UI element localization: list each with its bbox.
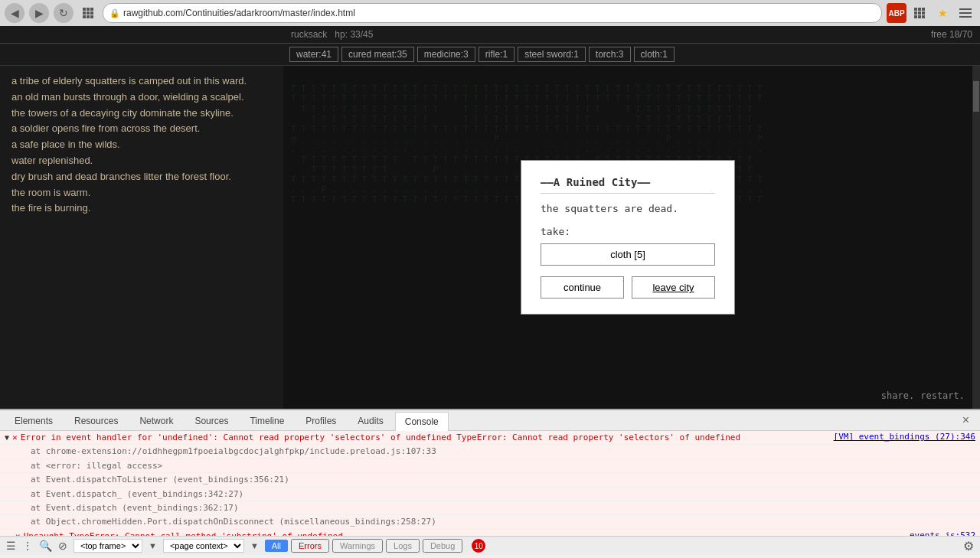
error-icon-1: ✕ xyxy=(12,432,18,442)
map-area: T T T T T T T T T T T T T T T T T T T T … xyxy=(283,66,972,409)
tab-audits[interactable]: Audits xyxy=(348,411,393,430)
modal-overlay: ——A Ruined City—— the squatters are dead… xyxy=(283,66,972,409)
scrollbar[interactable] xyxy=(972,66,980,409)
devtools-close-button[interactable]: × xyxy=(956,410,975,430)
svg-rect-13 xyxy=(918,11,921,15)
inv-water: water:41 xyxy=(289,47,338,62)
console-sub-text-4: at Event.dispatch_ (event_bindings:342:2… xyxy=(31,488,975,500)
chrome-menu-button[interactable] xyxy=(956,3,975,23)
page-content: rucksack hp: 33/45 free 18/70 water:41 c… xyxy=(0,26,980,555)
filter-errors-button[interactable]: Errors xyxy=(291,539,329,553)
rucksack-label: rucksack hp: 33/45 xyxy=(0,29,373,40)
extensions-button[interactable] xyxy=(910,3,929,23)
context-separator: ▼ xyxy=(250,541,259,550)
devtools-icon-3[interactable]: 🔍 xyxy=(39,540,52,552)
story-line-2: an old man bursts through a door, wieldi… xyxy=(11,90,272,106)
devtools-bottom-bar: ☰ ⋮ 🔍 ⊘ <top frame> ▼ <page context> ▼ A… xyxy=(0,536,980,555)
svg-rect-14 xyxy=(922,11,925,15)
apps-button[interactable] xyxy=(78,3,98,23)
svg-rect-15 xyxy=(914,15,917,18)
tab-timeline[interactable]: Timeline xyxy=(240,411,294,430)
modal-dialog: ——A Ruined City—— the squatters are dead… xyxy=(521,160,735,315)
console-sub-text-2: at <error: illegal access> xyxy=(31,460,975,472)
tab-sources[interactable]: Sources xyxy=(185,411,238,430)
expand-arrow-1[interactable]: ▼ xyxy=(5,433,9,442)
svg-rect-2 xyxy=(90,8,93,11)
tab-console[interactable]: Console xyxy=(395,412,449,431)
console-sub-2: at <error: illegal access> xyxy=(0,459,980,473)
svg-rect-16 xyxy=(918,15,921,18)
browser-chrome: ◀ ▶ ↻ 🔒 ABP ★ xyxy=(0,0,980,26)
devtools-icon-4[interactable]: ⊘ xyxy=(58,540,67,552)
filter-bar: All Errors Warnings Logs Debug xyxy=(265,539,463,553)
forward-button[interactable]: ▶ xyxy=(29,3,49,23)
tab-network[interactable]: Network xyxy=(129,411,183,430)
devtools-settings-button[interactable]: ⚙ xyxy=(963,539,974,553)
console-sub-6: at Object.chromeHidden.Port.dispatchOnDi… xyxy=(0,515,980,529)
inv-medicine: medicine:3 xyxy=(417,47,475,62)
back-button[interactable]: ◀ xyxy=(5,3,24,23)
top-frame-select[interactable]: <top frame> xyxy=(74,539,142,553)
svg-rect-11 xyxy=(922,8,925,11)
leave-city-button[interactable]: leave city xyxy=(632,276,715,299)
story-line-8: the room is warm. xyxy=(11,185,272,201)
story-line-1: a tribe of elderly squatters is camped o… xyxy=(11,73,272,90)
console-sub-1: at chrome-extension://oidhhegpm1fpoeialb… xyxy=(0,445,980,458)
console-row-2: ✕ Uncaught TypeError: Cannot call method… xyxy=(0,530,980,536)
share-restart: share. restart. xyxy=(881,390,965,401)
address-input[interactable] xyxy=(123,8,875,18)
reload-button[interactable]: ↻ xyxy=(54,3,74,23)
tab-elements[interactable]: Elements xyxy=(5,411,63,430)
devtools-icon-2[interactable]: ⋮ xyxy=(22,540,33,552)
top-bar: rucksack hp: 33/45 free 18/70 xyxy=(0,26,980,44)
devtools-tabs: Elements Resources Network Sources Timel… xyxy=(0,410,980,431)
story-panel: a tribe of elderly squatters is camped o… xyxy=(0,66,283,409)
svg-rect-7 xyxy=(87,15,90,18)
console-text-1: Error in event handler for 'undefined': … xyxy=(21,432,834,443)
console-content: ▼ ✕ Error in event handler for 'undefine… xyxy=(0,431,980,536)
tab-profiles[interactable]: Profiles xyxy=(296,411,346,430)
console-sub-text-6: at Object.chromeHidden.Port.dispatchOnDi… xyxy=(31,516,975,527)
filter-warnings-button[interactable]: Warnings xyxy=(332,539,383,553)
svg-rect-4 xyxy=(87,11,90,15)
devtools: Elements Resources Network Sources Timel… xyxy=(0,409,980,555)
scrollbar-thumb[interactable] xyxy=(973,81,979,112)
adblock-button[interactable]: ABP xyxy=(887,3,906,23)
modal-take-label: take: xyxy=(541,226,715,238)
filter-logs-button[interactable]: Logs xyxy=(386,539,420,553)
inv-rifle: rifle:1 xyxy=(479,47,514,62)
bookmark-button[interactable]: ★ xyxy=(933,3,952,23)
svg-rect-18 xyxy=(959,8,972,10)
console-sub-text-3: at Event.dispatchToListener (event_bindi… xyxy=(31,474,975,485)
address-bar-container[interactable]: 🔒 xyxy=(103,3,882,23)
filter-debug-button[interactable]: Debug xyxy=(423,539,462,553)
frame-separator: ▼ xyxy=(149,541,157,550)
cloth-button[interactable]: cloth [5] xyxy=(541,243,715,266)
tab-resources[interactable]: Resources xyxy=(64,411,128,430)
svg-rect-8 xyxy=(90,15,93,18)
inv-torch: torch:3 xyxy=(589,47,631,62)
filter-all-button[interactable]: All xyxy=(265,540,288,552)
svg-rect-5 xyxy=(90,11,93,15)
lock-icon: 🔒 xyxy=(109,8,120,18)
game-main: a tribe of elderly squatters is camped o… xyxy=(0,66,980,409)
modal-dead-text: the squatters are dead. xyxy=(541,203,715,215)
svg-rect-19 xyxy=(959,12,972,14)
console-sub-4: at Event.dispatch_ (event_bindings:342:2… xyxy=(0,488,980,501)
restart-link[interactable]: restart. xyxy=(920,390,965,401)
svg-rect-17 xyxy=(922,15,925,18)
console-link-1[interactable]: [VM] event_bindings (27):346 xyxy=(834,432,975,442)
console-sub-3: at Event.dispatchToListener (event_bindi… xyxy=(0,473,980,487)
svg-rect-20 xyxy=(959,16,972,18)
svg-rect-6 xyxy=(83,15,86,18)
devtools-icon-1[interactable]: ☰ xyxy=(6,540,16,552)
story-line-4: a soldier opens fire from across the des… xyxy=(11,121,272,137)
console-row-1: ▼ ✕ Error in event handler for 'undefine… xyxy=(0,431,980,445)
continue-button[interactable]: continue xyxy=(541,276,624,299)
svg-rect-12 xyxy=(914,11,917,15)
console-sub-text-1: at chrome-extension://oidhhegpm1fpoeialb… xyxy=(31,445,975,457)
share-link[interactable]: share. xyxy=(881,390,914,401)
page-context-select[interactable]: <page context> xyxy=(163,539,244,553)
console-link-2[interactable]: events.js:532 xyxy=(910,530,975,536)
story-line-3: the towers of a decaying city dominate t… xyxy=(11,106,272,122)
